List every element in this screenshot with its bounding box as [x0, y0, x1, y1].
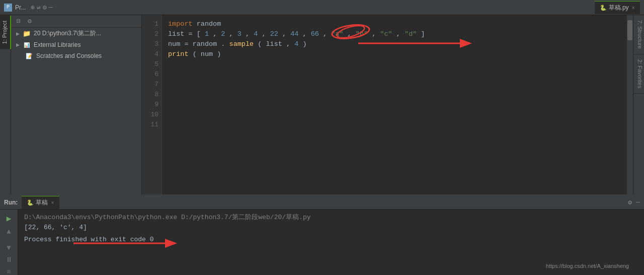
code-line-5: [168, 59, 621, 70]
project-icon: P: [4, 4, 12, 12]
scratches-icon: 📝: [25, 52, 33, 60]
sidebar-item-external-libraries[interactable]: ▶ 📊 External Libraries: [11, 39, 141, 50]
sidebar: ⊟ ⚙ ▶ 📁 20 D:\python3.7\第二阶... ▶ 📊 Exter…: [11, 15, 142, 194]
code-line-11: [168, 120, 621, 130]
pause-icon[interactable]: ⏸: [6, 256, 13, 264]
folder-icon: 📁: [23, 30, 31, 38]
add-icon[interactable]: ⊕: [31, 4, 35, 12]
website-url: https://blog.csdn.net/A_xiansheng: [546, 261, 629, 271]
editor-tab-bar: 🐍 草稿.py ×: [595, 1, 640, 14]
code-line-10: [168, 110, 621, 120]
arrows-icon[interactable]: ⇌: [37, 4, 41, 12]
project-label: Pr...: [15, 4, 26, 11]
library-icon: 📊: [23, 41, 31, 49]
structure-tab[interactable]: 7: Structure: [633, 15, 645, 54]
scroll-up-icon[interactable]: ▲: [7, 228, 11, 236]
code-line-7: [168, 80, 621, 90]
code-line-4: print ( num ): [168, 49, 621, 59]
code-line-6: [168, 70, 621, 80]
output-result-line: [22, 66, 'c', 4]: [24, 223, 638, 233]
run-tab-icon: 🐍: [27, 199, 34, 206]
bottom-panel: Run: 🐍 草稿 × ⚙ — ▶ ▲ ▼ ⏸ ≡ D:\Anaconda3\e…: [0, 194, 644, 275]
output-exit-line: Process finished with exit code 0: [24, 235, 638, 245]
right-vertical-tabs: 7: Structure 2: Favorites: [633, 15, 644, 194]
sidebar-toolbar: ⊟ ⚙: [11, 15, 141, 28]
title-controls: ⊕ ⇌ ⚙ —: [31, 4, 52, 12]
bottom-content-area: ▶ ▲ ▼ ⏸ ≡ D:\Anaconda3\envs\PythonPath\p…: [0, 210, 644, 275]
bracket-close: ]: [421, 30, 425, 38]
vertical-scrollbar[interactable]: [627, 15, 633, 194]
collapse-icon[interactable]: ⊟: [14, 17, 23, 25]
run-command: D:\Anaconda3\envs\PythonPath\python.exe …: [24, 213, 638, 223]
minimize-panel-icon[interactable]: —: [636, 198, 640, 206]
num-1: 1: [205, 30, 209, 38]
bottom-output: D:\Anaconda3\envs\PythonPath\python.exe …: [18, 210, 644, 275]
favorites-tab[interactable]: 2: Favorites: [633, 54, 645, 94]
code-line-9: [168, 100, 621, 110]
sidebar-item-scratches[interactable]: 📝 Scratches and Consoles: [11, 50, 141, 61]
tab-close-button[interactable]: ×: [632, 5, 635, 11]
left-vertical-tabs: 1: Project: [0, 15, 11, 194]
bottom-tab-bar: Run: 🐍 草稿 × ⚙ —: [0, 195, 644, 210]
sidebar-folder-label: 20 D:\python3.7\第二阶...: [34, 29, 101, 38]
minimize-icon[interactable]: —: [49, 4, 53, 12]
sidebar-item-project-folder[interactable]: ▶ 📁 20 D:\python3.7\第二阶...: [11, 28, 141, 39]
run-tab[interactable]: 🐍 草稿 ×: [22, 196, 59, 209]
tab-filename: 草稿.py: [609, 4, 629, 12]
line-numbers: 1 2 3 4 5 6 7 8 9 10 11: [142, 15, 162, 194]
main-area: 1: Project ⊟ ⚙ ▶ 📁 20 D:\python3.7\第二阶..…: [0, 15, 644, 194]
run-label: Run:: [4, 199, 18, 206]
scroll-down-icon[interactable]: ▼: [7, 244, 11, 252]
title-bar: P Pr... ⊕ ⇌ ⚙ — 🐍 草稿.py ×: [0, 0, 644, 15]
keyword-import: import: [168, 20, 193, 28]
list-icon[interactable]: ≡: [7, 268, 11, 275]
gear-icon[interactable]: ⚙: [25, 17, 34, 25]
project-tab[interactable]: 1: Project: [0, 15, 11, 49]
code-line-8: [168, 90, 621, 100]
title-bar-left: P Pr... ⊕ ⇌ ⚙ —: [4, 4, 53, 12]
scrollbar-thumb[interactable]: [627, 20, 632, 40]
var-list: list: [168, 30, 184, 38]
settings-icon[interactable]: ⚙: [43, 4, 47, 12]
bracket-open: [: [197, 30, 201, 38]
code-line-3: num = random . sample ( list , 4 ): [168, 39, 621, 49]
expand-arrow: ▶: [16, 31, 20, 36]
editor-area: 1 2 3 4 5 6 7 8 9 10 11 import random: [142, 15, 633, 194]
expand-arrow-libs: ▶: [16, 42, 20, 47]
run-panel-controls: ⚙ —: [628, 198, 640, 207]
code-editor[interactable]: import random list = [ 1 , 2 , 3 , 4 ,: [162, 15, 627, 194]
run-tab-close[interactable]: ×: [51, 199, 54, 205]
run-tab-name: 草稿: [36, 198, 48, 207]
sidebar-lib-label: External Libraries: [34, 41, 80, 48]
code-line-1: import random: [168, 19, 621, 29]
bottom-toolbar: ▶ ▲ ▼ ⏸ ≡: [0, 210, 18, 275]
assign-op: =: [189, 30, 197, 38]
code-line-2: list = [ 1 , 2 , 3 , 4 , 22 , 44 , 66: [168, 29, 621, 39]
editor-tab-active[interactable]: 🐍 草稿.py ×: [595, 1, 640, 14]
module-random: random: [197, 20, 221, 28]
play-icon[interactable]: ▶: [7, 214, 12, 224]
editor-content[interactable]: 1 2 3 4 5 6 7 8 9 10 11 import random: [142, 15, 633, 194]
sidebar-scratches-label: Scratches and Consoles: [36, 52, 102, 59]
py-file-icon: 🐍: [600, 5, 607, 11]
settings-gear-icon[interactable]: ⚙: [628, 198, 632, 207]
